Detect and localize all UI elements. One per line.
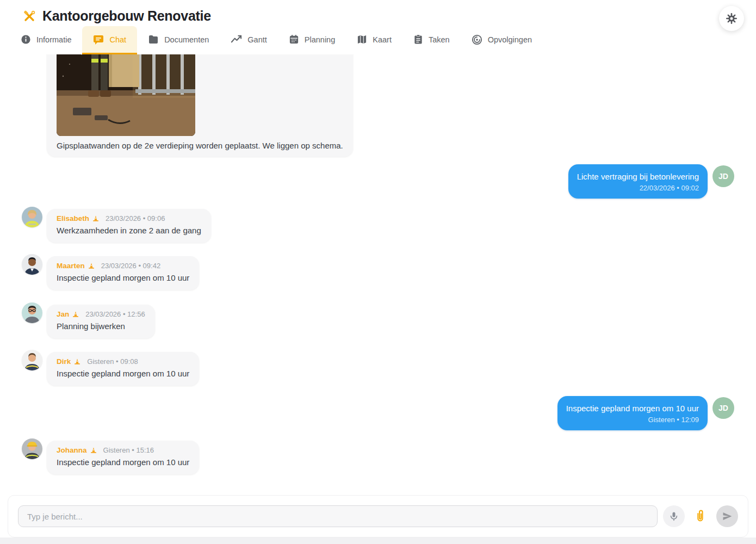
tab-documenten[interactable]: Documenten (137, 26, 220, 54)
sender-name: Elisabeth (57, 214, 89, 222)
tab-kaart[interactable]: Kaart (346, 26, 402, 54)
traffic-cone-icon (74, 358, 80, 365)
send-icon[interactable] (716, 505, 738, 527)
avatar-maarten (22, 254, 42, 275)
message-text: Inspectie gepland morgen om 10 uur (57, 457, 189, 468)
tab-taken[interactable]: Taken (402, 26, 461, 54)
trend-icon (231, 34, 242, 45)
message-text: Inspectie gepland morgen om 10 uur (566, 403, 699, 414)
traffic-cone-icon (90, 447, 97, 454)
tab-gantt[interactable]: Gantt (220, 26, 277, 54)
sender-name: Maarten (57, 262, 85, 270)
calendar-icon (289, 34, 299, 45)
app-header: Kantoorgebouw Renovatie Informatie (0, 0, 756, 54)
message-timestamp: Gisteren • 12:09 (566, 416, 699, 424)
page-title: Kantoorgebouw Renovatie (42, 8, 211, 24)
clipboard-icon (413, 34, 423, 45)
avatar-dirk (22, 350, 42, 370)
message-timestamp: 23/03/2026 • 09:06 (106, 214, 165, 222)
tab-planning[interactable]: Planning (278, 26, 346, 54)
chat-message-incoming: Jan 23/03/2026 • 12:56 Planning bijwerke… (22, 305, 734, 338)
chat-message-incoming: Dirk Gisteren • 09:08 Inspectie gepland … (22, 352, 734, 386)
chat-message-outgoing: Lichte vertraging bij betonlevering 22/0… (22, 164, 734, 199)
message-text: Lichte vertraging bij betonlevering (577, 171, 699, 182)
avatar-johanna (22, 438, 42, 459)
map-icon (357, 34, 367, 45)
tab-bar: Informatie Chat Documenten Gantt (10, 26, 543, 54)
message-text: Werkzaamheden in zone 2 aan de gang (57, 225, 201, 236)
message-composer (8, 495, 748, 537)
traffic-cone-icon (72, 311, 79, 318)
target-icon (472, 34, 482, 45)
paperclip-icon[interactable] (690, 505, 710, 527)
avatar-elisabeth (22, 207, 42, 227)
avatar-jan (22, 302, 42, 323)
chat-message-incoming: Johanna Gisteren • 15:16 Inspectie gepla… (22, 441, 734, 474)
message-timestamp: 23/03/2026 • 09:42 (101, 262, 160, 270)
construction-photo[interactable] (57, 54, 195, 136)
sender-name: Jan (57, 310, 69, 318)
hammer-wrench-icon (23, 10, 36, 23)
traffic-cone-icon (88, 262, 95, 269)
chat-message-photo: Gipsplaatwanden op de 2e verdieping word… (47, 54, 734, 157)
message-timestamp: Gisteren • 09:08 (87, 357, 138, 366)
chat-message-incoming: Maarten 23/03/2026 • 09:42 Inspectie gep… (22, 256, 734, 290)
chat-message-incoming: Elisabeth 23/03/2026 • 09:06 Werkzaamhed… (22, 209, 734, 243)
sender-name: Dirk (57, 357, 71, 366)
traffic-cone-icon (92, 215, 99, 222)
message-timestamp: 22/03/2026 • 09:02 (577, 184, 699, 192)
page-bottom-strip (0, 537, 756, 544)
info-icon (21, 34, 31, 45)
message-timestamp: Gisteren • 15:16 (103, 446, 154, 454)
message-text: Inspectie gepland morgen om 10 uur (57, 368, 189, 379)
message-input[interactable] (18, 505, 658, 527)
message-timestamp: 23/03/2026 • 12:56 (85, 310, 145, 318)
message-text: Planning bijwerken (57, 321, 145, 332)
sender-name: Johanna (57, 446, 87, 454)
mic-icon[interactable] (663, 505, 685, 527)
tab-informatie[interactable]: Informatie (10, 26, 82, 54)
tab-opvolgingen[interactable]: Opvolgingen (461, 26, 543, 54)
avatar-jd: JD (712, 165, 734, 187)
folder-icon (148, 34, 159, 45)
photo-caption: Gipsplaatwanden op de 2e verdieping word… (57, 141, 343, 150)
chat-icon (93, 34, 104, 45)
chat-message-outgoing: Inspectie gepland morgen om 10 uur Giste… (22, 396, 734, 430)
project-chat-app: Kantoorgebouw Renovatie Informatie (0, 0, 756, 544)
avatar-jd: JD (712, 397, 734, 419)
chat-message-list[interactable]: Gipsplaatwanden op de 2e verdieping word… (0, 54, 756, 495)
message-text: Inspectie gepland morgen om 10 uur (57, 273, 189, 283)
gear-icon[interactable] (719, 6, 744, 31)
tab-chat[interactable]: Chat (82, 26, 137, 54)
